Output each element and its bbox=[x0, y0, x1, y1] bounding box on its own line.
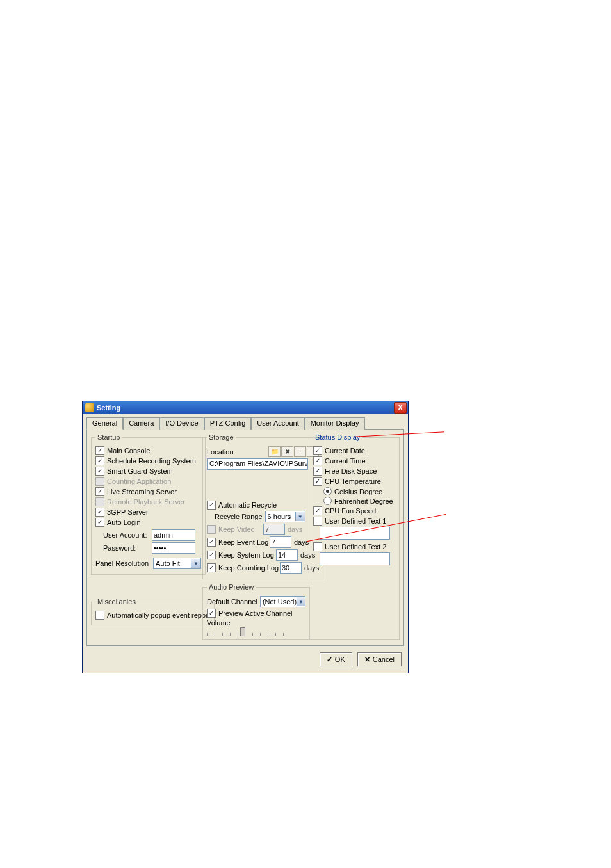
cancel-button[interactable]: ✕Cancel bbox=[357, 652, 402, 666]
miscellanies-group: Miscellanies Automatically popup event r… bbox=[91, 598, 215, 625]
recycle-range-dropdown[interactable]: 6 hours ▼ bbox=[265, 511, 306, 522]
chk-cpu-temp[interactable]: ✓ bbox=[313, 477, 322, 486]
chk-remote-playback bbox=[95, 497, 104, 506]
location-label: Location bbox=[207, 448, 234, 456]
udt1-input[interactable] bbox=[320, 527, 390, 540]
titlebar: Setting X bbox=[83, 401, 408, 414]
misc-legend: Miscellanies bbox=[95, 598, 138, 606]
dialog-buttons: ✓OK ✕Cancel bbox=[83, 648, 408, 673]
chk-current-date[interactable]: ✓ bbox=[313, 446, 322, 455]
chk-main-console[interactable]: ✓ bbox=[95, 446, 104, 455]
chk-udt2[interactable] bbox=[313, 542, 322, 551]
password-input[interactable] bbox=[152, 542, 195, 554]
chk-keep-system[interactable]: ✓ bbox=[207, 551, 216, 559]
chk-schedule-recording[interactable]: ✓ bbox=[95, 456, 104, 465]
storage-group: Storage Location 📁 ✖ ↑ ↓ C:\Program File… bbox=[202, 433, 323, 579]
chk-current-time[interactable]: ✓ bbox=[313, 456, 322, 465]
setting-dialog: Setting X General Camera I/O Device PTZ … bbox=[82, 401, 409, 673]
x-icon: X bbox=[398, 404, 403, 412]
chk-auto-login[interactable]: ✓ bbox=[95, 518, 104, 527]
keep-counting-days[interactable] bbox=[280, 562, 302, 574]
volume-label: Volume bbox=[207, 619, 231, 627]
browse-button[interactable]: 📁 bbox=[268, 446, 281, 457]
tab-strip: General Camera I/O Device PTZ Config Use… bbox=[83, 414, 408, 429]
chk-keep-event[interactable]: ✓ bbox=[207, 538, 216, 547]
chk-counting-app bbox=[95, 477, 104, 486]
chk-free-disk[interactable]: ✓ bbox=[313, 467, 322, 476]
window-title: Setting bbox=[97, 404, 120, 412]
keep-video-days bbox=[263, 524, 285, 535]
check-icon: ✓ bbox=[327, 655, 332, 664]
tab-io-device[interactable]: I/O Device bbox=[159, 417, 204, 430]
move-up-button[interactable]: ↑ bbox=[294, 446, 306, 457]
panel-res-label: Panel Resolution bbox=[95, 559, 151, 567]
chevron-down-icon: ▼ bbox=[297, 597, 305, 606]
panel-res-dropdown[interactable]: Auto Fit ▼ bbox=[153, 558, 201, 569]
chk-auto-recycle[interactable]: ✓ bbox=[207, 501, 216, 510]
status-legend: Status Display bbox=[313, 433, 362, 441]
x-icon: ✕ bbox=[364, 655, 370, 664]
audio-preview-group: Audio Preview Default Channel (Not Used)… bbox=[202, 583, 310, 640]
app-icon bbox=[85, 403, 94, 412]
tab-camera[interactable]: Camera bbox=[123, 417, 159, 430]
ok-button[interactable]: ✓OK bbox=[320, 652, 352, 666]
delete-button[interactable]: ✖ bbox=[281, 446, 293, 457]
startup-legend: Startup bbox=[95, 433, 122, 441]
chk-udt1[interactable] bbox=[313, 517, 322, 526]
status-display-group: Status Display ✓Current Date ✓Current Ti… bbox=[309, 433, 400, 640]
default-channel-label: Default Channel bbox=[207, 598, 257, 606]
password-label: Password: bbox=[103, 544, 149, 552]
radio-fahrenheit[interactable] bbox=[323, 497, 332, 505]
chk-smart-guard[interactable]: ✓ bbox=[95, 467, 104, 476]
default-channel-dropdown[interactable]: (Not Used) ▼ bbox=[260, 596, 306, 607]
radio-celsius[interactable] bbox=[323, 487, 332, 495]
user-account-label: User Account: bbox=[103, 531, 149, 539]
chk-popup-report[interactable] bbox=[95, 611, 104, 620]
recycle-range-label: Recycle Range bbox=[215, 513, 263, 520]
user-account-input[interactable] bbox=[152, 529, 195, 541]
tab-user-account[interactable]: User Account bbox=[251, 417, 304, 430]
keep-system-days[interactable] bbox=[276, 549, 298, 561]
chk-3gpp[interactable]: ✓ bbox=[95, 508, 104, 517]
location-path[interactable]: C:\Program Files\ZAVIO\IPSurve… bbox=[207, 458, 308, 470]
tab-ptz-config[interactable]: PTZ Config bbox=[204, 417, 252, 430]
chevron-down-icon: ▼ bbox=[295, 512, 305, 521]
chevron-down-icon: ▼ bbox=[191, 559, 200, 568]
chk-keep-counting[interactable]: ✓ bbox=[207, 563, 216, 572]
tab-body: Startup ✓Main Console ✓Schedule Recordin… bbox=[86, 429, 404, 646]
chk-preview-active[interactable]: ✓ bbox=[207, 609, 216, 618]
volume-slider[interactable] bbox=[207, 628, 284, 636]
chk-cpu-fan[interactable]: ✓ bbox=[313, 506, 322, 515]
close-button[interactable]: X bbox=[394, 402, 407, 414]
storage-legend: Storage bbox=[207, 433, 236, 441]
chk-live-streaming[interactable]: ✓ bbox=[95, 487, 104, 496]
udt2-input[interactable] bbox=[320, 552, 390, 565]
tab-monitor-display[interactable]: Monitor Display bbox=[305, 417, 365, 430]
startup-group: Startup ✓Main Console ✓Schedule Recordin… bbox=[91, 433, 206, 575]
slider-thumb[interactable] bbox=[240, 627, 245, 636]
keep-event-days[interactable] bbox=[270, 536, 291, 548]
tab-general[interactable]: General bbox=[86, 417, 123, 430]
chk-keep-video bbox=[207, 525, 216, 534]
audio-legend: Audio Preview bbox=[207, 583, 256, 591]
